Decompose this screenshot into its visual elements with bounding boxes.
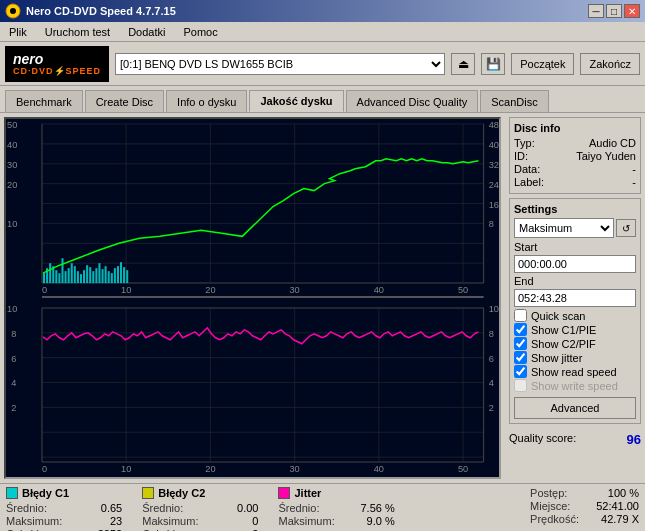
c1-max-value: 23	[82, 515, 122, 527]
end-time-input[interactable]	[514, 289, 636, 307]
minimize-button[interactable]: ─	[588, 4, 604, 18]
nero-logo: nero CD·DVD⚡SPEED	[5, 46, 109, 82]
c1-avg-label: Średnio:	[6, 502, 47, 514]
svg-text:8: 8	[489, 329, 494, 339]
start-time-input[interactable]: 000:00.00	[514, 255, 636, 273]
header: nero CD·DVD⚡SPEED [0:1] BENQ DVD LS DW16…	[0, 42, 645, 86]
end-label: End	[514, 275, 636, 287]
show-read-speed-row: Show read speed	[514, 365, 636, 378]
show-c2-label: Show C2/PIF	[531, 338, 596, 350]
c2-max-value: 0	[218, 515, 258, 527]
disc-data-value: -	[632, 163, 636, 175]
svg-rect-47	[74, 266, 76, 283]
svg-point-1	[10, 8, 16, 14]
svg-rect-54	[95, 268, 97, 283]
show-c1-checkbox[interactable]	[514, 323, 527, 336]
tab-scan-disc[interactable]: ScanDisc	[480, 90, 548, 112]
svg-text:30: 30	[7, 160, 17, 170]
svg-rect-50	[83, 270, 85, 283]
svg-text:30: 30	[289, 464, 299, 474]
tab-benchmark[interactable]: Benchmark	[5, 90, 83, 112]
disc-id-value: Taiyo Yuden	[576, 150, 636, 162]
svg-text:20: 20	[205, 285, 215, 295]
refresh-button[interactable]: ↺	[616, 219, 636, 237]
show-read-speed-checkbox[interactable]	[514, 365, 527, 378]
end-button[interactable]: Zakończ	[580, 53, 640, 75]
svg-text:40: 40	[374, 464, 384, 474]
svg-rect-63	[123, 267, 125, 283]
c2-header: Błędy C2	[142, 487, 258, 499]
svg-text:6: 6	[11, 354, 16, 364]
svg-text:0: 0	[42, 285, 47, 295]
svg-rect-55	[98, 263, 100, 283]
quick-scan-checkbox[interactable]	[514, 309, 527, 322]
svg-text:10: 10	[489, 304, 499, 314]
svg-text:10: 10	[121, 464, 131, 474]
svg-text:20: 20	[7, 180, 17, 190]
eject-button[interactable]: ⏏	[451, 53, 475, 75]
svg-text:40: 40	[489, 140, 499, 150]
predkosc-label: Prędkość:	[530, 513, 579, 525]
svg-rect-48	[77, 271, 79, 283]
jitter-max-row: Maksimum: 9.0 %	[278, 515, 394, 527]
svg-rect-62	[120, 262, 122, 283]
settings-title: Settings	[514, 203, 636, 215]
disc-id-label: ID:	[514, 150, 528, 162]
quick-scan-label: Quick scan	[531, 310, 585, 322]
menu-pomoc[interactable]: Pomoc	[179, 25, 221, 39]
nero-logo-sub: CD·DVD⚡SPEED	[13, 66, 101, 76]
svg-rect-58	[108, 271, 110, 283]
svg-text:50: 50	[458, 464, 468, 474]
show-write-speed-label: Show write speed	[531, 380, 618, 392]
show-c1-row: Show C1/PIE	[514, 323, 636, 336]
svg-text:2: 2	[489, 403, 494, 413]
c1-max-row: Maksimum: 23	[6, 515, 122, 527]
tab-create-disc[interactable]: Create Disc	[85, 90, 164, 112]
settings-panel: Settings Maksimum ↺ Start 000:00.00 End …	[509, 198, 641, 424]
miejsce-row: Miejsce: 52:41.00	[530, 500, 639, 512]
menu-plik[interactable]: Plik	[5, 25, 31, 39]
svg-rect-60	[114, 268, 116, 283]
svg-rect-49	[80, 274, 82, 283]
jitter-color-box	[278, 487, 290, 499]
svg-rect-64	[126, 270, 128, 283]
menu-dodatki[interactable]: Dodatki	[124, 25, 169, 39]
svg-text:10: 10	[7, 220, 17, 230]
svg-rect-46	[71, 263, 73, 283]
tab-jakosc-dysku[interactable]: Jakość dysku	[249, 90, 343, 112]
advanced-button[interactable]: Advanced	[514, 397, 636, 419]
svg-text:32: 32	[489, 160, 499, 170]
mode-select[interactable]: Maksimum	[514, 218, 614, 238]
predkosc-value: 42.79 X	[599, 513, 639, 525]
predkosc-row: Prędkość: 42.79 X	[530, 513, 639, 525]
svg-rect-41	[55, 270, 57, 283]
quick-scan-row: Quick scan	[514, 309, 636, 322]
svg-text:6: 6	[489, 354, 494, 364]
disc-info-title: Disc info	[514, 122, 636, 134]
svg-rect-51	[86, 265, 88, 283]
svg-text:4: 4	[489, 379, 494, 389]
show-c2-checkbox[interactable]	[514, 337, 527, 350]
menu-uruchom[interactable]: Uruchom test	[41, 25, 114, 39]
svg-rect-56	[102, 269, 104, 283]
disc-type-row: Typ: Audio CD	[514, 137, 636, 149]
quality-score: 96	[627, 432, 641, 447]
side-panel: Disc info Typ: Audio CD ID: Taiyo Yuden …	[505, 113, 645, 483]
save-button[interactable]: 💾	[481, 53, 505, 75]
start-button[interactable]: Początek	[511, 53, 574, 75]
disc-data-row: Data: -	[514, 163, 636, 175]
c1-stat-group: Błędy C1 Średnio: 0.65 Maksimum: 23 Cało…	[6, 487, 122, 531]
window-title: Nero CD-DVD Speed 4.7.7.15	[26, 5, 176, 17]
jitter-max-label: Maksimum:	[278, 515, 334, 527]
c1-avg-row: Średnio: 0.65	[6, 502, 122, 514]
close-button[interactable]: ✕	[624, 4, 640, 18]
tab-advanced-disc-quality[interactable]: Advanced Disc Quality	[346, 90, 479, 112]
maximize-button[interactable]: □	[606, 4, 622, 18]
tab-info-dysku[interactable]: Info o dysku	[166, 90, 247, 112]
disc-label-value: -	[632, 176, 636, 188]
chart-area: 48 40 32 24 16 8 50 40 30 20 10 0 10 20 …	[4, 117, 501, 479]
drive-select[interactable]: [0:1] BENQ DVD LS DW1655 BCIB	[115, 53, 445, 75]
svg-text:8: 8	[11, 329, 16, 339]
show-jitter-checkbox[interactable]	[514, 351, 527, 364]
disc-info-panel: Disc info Typ: Audio CD ID: Taiyo Yuden …	[509, 117, 641, 194]
